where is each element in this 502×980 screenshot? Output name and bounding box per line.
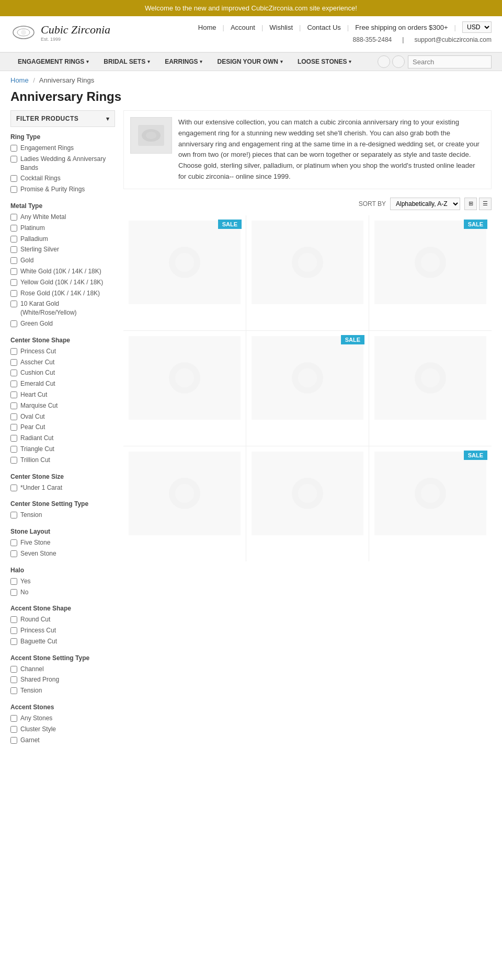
checkbox-channel[interactable]	[10, 666, 17, 673]
checkbox-yellow-gold[interactable]	[10, 279, 17, 286]
checkbox-halo-no[interactable]	[10, 589, 17, 596]
filter-option[interactable]: Oval Cut	[10, 412, 115, 421]
checkbox-promise-rings[interactable]	[10, 186, 17, 193]
checkbox-seven-stone[interactable]	[10, 550, 17, 557]
product-card[interactable]: SALE	[369, 215, 492, 330]
checkbox-any-white-metal[interactable]	[10, 214, 17, 221]
contact-link[interactable]: Contact Us	[307, 24, 340, 31]
nav-bridal-sets[interactable]: BRIDAL SETS ▾	[96, 53, 157, 71]
logo[interactable]: Cubic Zirconia Est. 1999	[10, 23, 110, 42]
checkbox-triangle-cut[interactable]	[10, 446, 17, 453]
circle-button-2[interactable]	[392, 55, 405, 68]
filter-option[interactable]: Princess Cut	[10, 626, 115, 635]
product-card[interactable]: SALE	[123, 215, 246, 330]
checkbox-emerald-cut[interactable]	[10, 381, 17, 387]
account-link[interactable]: Account	[231, 24, 255, 31]
filter-option[interactable]: Cluster Style	[10, 725, 115, 734]
currency-select[interactable]: USD CAD EUR	[462, 21, 492, 33]
filter-option[interactable]: Five Stone	[10, 538, 115, 547]
checkbox-pear-cut[interactable]	[10, 424, 17, 431]
checkbox-acc-tension[interactable]	[10, 687, 17, 694]
list-view-button[interactable]: ☰	[479, 198, 492, 210]
filter-option[interactable]: Triangle Cut	[10, 445, 115, 454]
checkbox-gold[interactable]	[10, 257, 17, 264]
filter-option[interactable]: Cocktail Rings	[10, 174, 115, 183]
filter-option[interactable]: Emerald Cut	[10, 379, 115, 388]
filter-option[interactable]: Any Stones	[10, 714, 115, 723]
checkbox-acc-princess-cut[interactable]	[10, 627, 17, 634]
filter-option[interactable]: Baguette Cut	[10, 637, 115, 646]
nav-design-your-own[interactable]: DESIGN YOUR OWN ▾	[210, 53, 290, 71]
checkbox-heart-cut[interactable]	[10, 391, 17, 398]
filter-option[interactable]: White Gold (10K / 14K / 18K)	[10, 267, 115, 276]
checkbox-oval-cut[interactable]	[10, 413, 17, 420]
nav-engagement-rings[interactable]: ENGAGEMENT RINGS ▾	[10, 53, 96, 71]
checkbox-10k-gold[interactable]	[10, 301, 17, 307]
checkbox-palladium[interactable]	[10, 236, 17, 243]
search-input[interactable]	[408, 55, 492, 68]
filter-option[interactable]: Garnet	[10, 736, 115, 745]
filter-option[interactable]: Pear Cut	[10, 423, 115, 432]
filter-option[interactable]: No	[10, 588, 115, 597]
checkbox-round-cut[interactable]	[10, 616, 17, 623]
filter-option[interactable]: Asscher Cut	[10, 358, 115, 367]
checkbox-any-stones[interactable]	[10, 715, 17, 722]
filter-option[interactable]: Cushion Cut	[10, 368, 115, 377]
checkbox-shared-prong[interactable]	[10, 676, 17, 683]
checkbox-baguette-cut[interactable]	[10, 638, 17, 645]
sort-select[interactable]: Alphabetically, A-Z Alphabetically, Z-A …	[390, 198, 460, 210]
filter-option[interactable]: Ladies Wedding & Anniversary Bands	[10, 155, 115, 172]
checkbox-under-1-carat[interactable]	[10, 485, 17, 491]
filter-option[interactable]: 10 Karat Gold (White/Rose/Yellow)	[10, 299, 115, 317]
filter-option[interactable]: Round Cut	[10, 615, 115, 624]
product-card[interactable]	[246, 446, 369, 561]
product-card[interactable]	[123, 331, 246, 446]
checkbox-halo-yes[interactable]	[10, 578, 17, 585]
nav-earrings[interactable]: EARRINGS ▾	[157, 53, 210, 71]
checkbox-cluster-style[interactable]	[10, 726, 17, 733]
product-card[interactable]	[369, 331, 492, 446]
filter-header[interactable]: FILTER PRODUCTS ▾	[10, 110, 115, 127]
product-card[interactable]	[123, 446, 246, 561]
nav-loose-stones[interactable]: LOOSE STONES ▾	[290, 53, 359, 71]
checkbox-cushion-cut[interactable]	[10, 370, 17, 376]
filter-option[interactable]: *Under 1 Carat	[10, 483, 115, 492]
filter-option[interactable]: Green Gold	[10, 319, 115, 328]
filter-option[interactable]: Yes	[10, 577, 115, 586]
filter-option[interactable]: Trillion Cut	[10, 456, 115, 465]
checkbox-engagement-rings[interactable]	[10, 145, 17, 152]
filter-option[interactable]: Shared Prong	[10, 675, 115, 684]
checkbox-platinum[interactable]	[10, 225, 17, 232]
checkbox-radiant-cut[interactable]	[10, 435, 17, 442]
checkbox-trillion-cut[interactable]	[10, 457, 17, 464]
checkbox-tension[interactable]	[10, 512, 17, 518]
checkbox-green-gold[interactable]	[10, 320, 17, 327]
filter-option[interactable]: Heart Cut	[10, 390, 115, 399]
product-card[interactable]: SALE	[369, 446, 492, 561]
filter-option[interactable]: Gold	[10, 256, 115, 265]
filter-option[interactable]: Rose Gold (10K / 14K / 18K)	[10, 289, 115, 298]
grid-view-button[interactable]: ⊞	[464, 198, 477, 210]
product-card[interactable]	[246, 215, 369, 330]
filter-option[interactable]: Marquise Cut	[10, 401, 115, 410]
filter-option[interactable]: Tension	[10, 511, 115, 520]
filter-option[interactable]: Channel	[10, 665, 115, 674]
breadcrumb-home[interactable]: Home	[10, 76, 29, 84]
filter-option[interactable]: Promise & Purity Rings	[10, 185, 115, 194]
product-card[interactable]: SALE	[246, 331, 369, 446]
filter-option[interactable]: Seven Stone	[10, 549, 115, 558]
filter-option[interactable]: Engagement Rings	[10, 144, 115, 153]
filter-option[interactable]: Platinum	[10, 224, 115, 233]
checkbox-rose-gold[interactable]	[10, 290, 17, 297]
checkbox-cocktail-rings[interactable]	[10, 175, 17, 182]
filter-option[interactable]: Any White Metal	[10, 213, 115, 222]
filter-option[interactable]: Palladium	[10, 235, 115, 244]
filter-option[interactable]: Sterling Silver	[10, 245, 115, 254]
checkbox-five-stone[interactable]	[10, 539, 17, 546]
wishlist-link[interactable]: Wishlist	[269, 24, 293, 31]
filter-option[interactable]: Yellow Gold (10K / 14K / 18K)	[10, 278, 115, 287]
checkbox-garnet[interactable]	[10, 737, 17, 744]
filter-option[interactable]: Princess Cut	[10, 347, 115, 356]
checkbox-white-gold[interactable]	[10, 268, 17, 275]
checkbox-marquise-cut[interactable]	[10, 402, 17, 409]
